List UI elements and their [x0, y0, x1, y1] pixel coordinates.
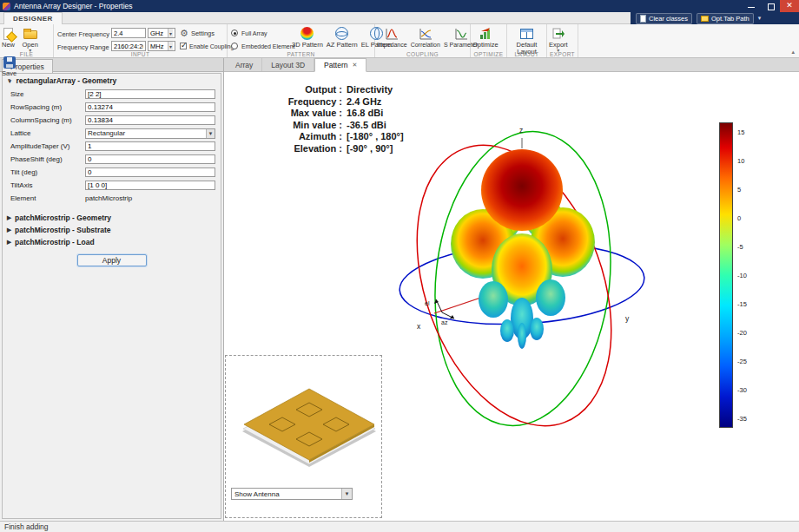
- properties-panel: Properties ▼ rectangularArray - Geometry…: [0, 58, 224, 521]
- settings-button[interactable]: Settings: [180, 29, 215, 38]
- tab-layout-3d-label: Layout 3D: [271, 61, 305, 69]
- center-frequency-input[interactable]: [111, 28, 146, 38]
- amplitudetaper-input[interactable]: [85, 141, 215, 151]
- triangle-collapsed-icon: ▶: [7, 239, 11, 246]
- layout-grid-icon: [520, 29, 533, 39]
- minimize-button[interactable]: [742, 0, 761, 12]
- tab-layout-3d[interactable]: Layout 3D: [262, 58, 314, 71]
- checkbox-checked-icon: [180, 43, 187, 49]
- rowspacing-input[interactable]: [85, 102, 215, 112]
- property-row-tiltaxis: TiltAxis: [3, 179, 221, 192]
- center-frequency-unit-dropdown[interactable]: GHz ▾: [148, 28, 175, 38]
- triangle-collapsed-icon: ▶: [7, 214, 11, 221]
- antenna-array-preview: [227, 361, 381, 472]
- show-antenna-value: Show Antenna: [234, 490, 280, 498]
- info-label: Max value :: [224, 108, 342, 120]
- section-rectangulararray-geometry[interactable]: ▼ rectangularArray - Geometry: [3, 74, 221, 88]
- ribbon-section-coupling: Impedance Correlation S Parameter COUPLI…: [375, 24, 471, 57]
- element-value: patchMicrostrip: [85, 194, 132, 202]
- 3d-pattern-label: 3D Pattern: [292, 42, 323, 49]
- colorbar-tick: -5: [737, 244, 743, 251]
- collapsed-sections: ▶ patchMicrostrip - Geometry ▶ patchMicr…: [3, 212, 221, 248]
- tab-pattern[interactable]: Pattern ✕: [314, 58, 366, 72]
- property-row-lattice: Lattice Rectangular ▼: [3, 127, 221, 140]
- pattern-source-radios: Full Array Embedded Element: [231, 30, 294, 49]
- section-title: patchMicrostrip - Load: [15, 238, 95, 246]
- embedded-element-radio[interactable]: Embedded Element: [231, 43, 294, 49]
- lattice-dropdown[interactable]: Rectangular ▼: [85, 128, 215, 139]
- center-frequency-label: Center Frequency: [57, 30, 109, 38]
- maximize-button[interactable]: [761, 0, 780, 12]
- chevron-down-icon: ▾: [168, 29, 173, 37]
- clear-classes-button[interactable]: Clear classes: [636, 13, 692, 24]
- info-value: Directivity: [347, 84, 393, 96]
- chevron-down-icon: ▼: [206, 129, 215, 138]
- close-button[interactable]: [780, 0, 799, 12]
- info-label: Frequency :: [224, 96, 342, 108]
- opt-tab-path-button[interactable]: Opt.Tab Path: [697, 13, 754, 24]
- full-array-radio[interactable]: Full Array: [231, 30, 294, 36]
- quick-access-toolbar: Clear classes Opt.Tab Path ▾: [631, 12, 799, 24]
- ribbon: New Open ▾ Save ▾ FILE Center Frequency …: [0, 24, 799, 58]
- impedance-button[interactable]: Impedance: [375, 24, 409, 49]
- export-arrow-icon: [551, 26, 565, 41]
- center-frequency-unit-value: GHz: [150, 30, 163, 37]
- y-axis-label: y: [625, 314, 630, 323]
- s-parameter-chart-icon: [454, 26, 468, 41]
- apply-button[interactable]: Apply: [77, 254, 147, 266]
- 3d-pattern-icon: [300, 27, 314, 40]
- designer-ribbon-tab[interactable]: DESIGNER: [3, 12, 63, 24]
- ribbon-section-optimize: Optimize OPTIMIZE: [471, 24, 507, 57]
- columnspacing-input[interactable]: [85, 115, 215, 125]
- correlation-button[interactable]: Correlation: [409, 24, 442, 49]
- section-patchmicrostrip-geometry[interactable]: ▶ patchMicrostrip - Geometry: [3, 212, 221, 224]
- section-title: rectangularArray - Geometry: [16, 76, 116, 85]
- new-button-label: New: [2, 42, 15, 49]
- clear-classes-label: Clear classes: [649, 15, 688, 23]
- title-bar: Antenna Array Designer - Properties: [0, 0, 799, 12]
- close-tab-icon[interactable]: ✕: [352, 62, 357, 69]
- open-button[interactable]: Open ▾: [20, 24, 39, 53]
- size-input[interactable]: [85, 89, 215, 99]
- document-tab-row: Array Layout 3D Pattern ✕: [224, 58, 799, 72]
- colorbar-tick: 0: [737, 215, 741, 222]
- radiation-pattern-3d-plot[interactable]: z y x el az: [373, 103, 686, 450]
- coupling-section-label: COUPLING: [375, 51, 470, 57]
- ribbon-filler: ▴: [578, 24, 799, 57]
- export-button[interactable]: Export ▾: [547, 24, 570, 53]
- chevron-down-icon: ▾: [8, 78, 10, 82]
- ribbon-section-file: New Open ▾ Save ▾ FILE: [0, 24, 54, 57]
- correlation-label: Correlation: [411, 42, 440, 49]
- section-patchmicrostrip-load[interactable]: ▶ patchMicrostrip - Load: [3, 236, 221, 248]
- tiltaxis-input[interactable]: [85, 181, 215, 190]
- tab-array[interactable]: Array: [227, 58, 262, 71]
- property-label: AmplitudeTaper (V): [10, 142, 85, 150]
- phaseshift-input[interactable]: [85, 154, 215, 164]
- property-label: PhaseShift (deg): [10, 155, 85, 163]
- show-antenna-dropdown[interactable]: Show Antenna ▼: [231, 488, 353, 500]
- frequency-range-unit-dropdown[interactable]: MHz ▾: [148, 41, 175, 51]
- save-button[interactable]: Save ▾: [0, 53, 18, 82]
- enable-coupling-checkbox[interactable]: Enable Coupling: [180, 43, 234, 49]
- lattice-value: Rectangular: [88, 129, 125, 137]
- colorbar-tick: -15: [737, 301, 747, 308]
- open-folder-icon: [23, 30, 37, 39]
- collapse-ribbon-icon[interactable]: ▴: [791, 49, 795, 56]
- colorbar-tick: -25: [737, 358, 747, 365]
- status-text: Finish adding: [4, 522, 49, 531]
- optimize-section-label: OPTIMIZE: [471, 51, 506, 57]
- property-label: TiltAxis: [10, 181, 85, 189]
- chevron-down-icon[interactable]: ▾: [758, 15, 762, 22]
- layout-section-label: LAYOUT: [507, 51, 546, 57]
- 3d-pattern-button[interactable]: 3D Pattern: [290, 24, 325, 49]
- colorbar-tick: -20: [737, 330, 747, 337]
- input-section-label: INPUT: [54, 51, 227, 57]
- tilt-input[interactable]: [85, 167, 215, 177]
- frequency-range-input[interactable]: [111, 41, 146, 51]
- section-patchmicrostrip-substrate[interactable]: ▶ patchMicrostrip - Substrate: [3, 224, 221, 236]
- new-document-icon: [3, 28, 13, 40]
- az-pattern-button[interactable]: AZ Pattern: [325, 24, 360, 49]
- section-title: patchMicrostrip - Geometry: [15, 213, 111, 222]
- new-button[interactable]: New: [0, 24, 17, 49]
- optimize-button[interactable]: Optimize: [471, 24, 500, 49]
